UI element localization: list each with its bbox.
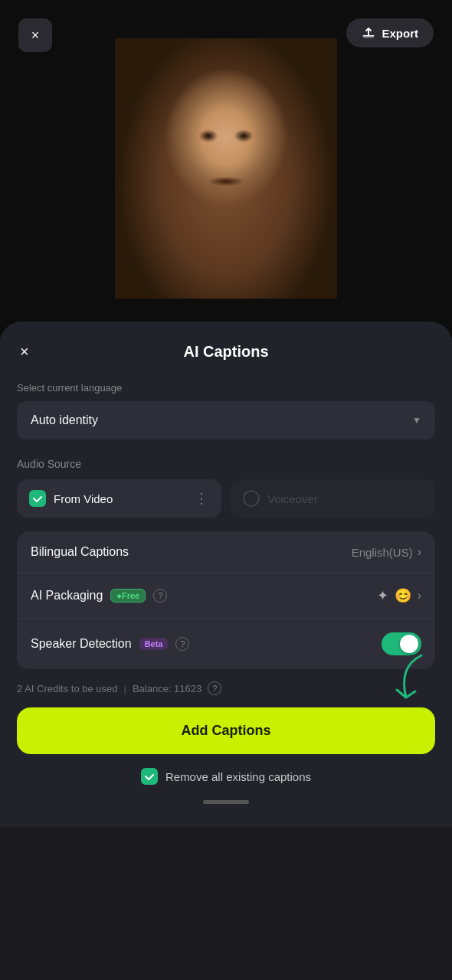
credits-balance: Balance: 11623 [133,683,201,694]
circle-icon-voiceover [243,490,260,507]
panel-header: × AI Captions [17,343,435,361]
remove-existing-check[interactable] [141,768,158,785]
ai-packaging-label: AI Packaging [31,589,103,603]
bilingual-right: English(US) › [352,545,421,559]
remove-existing-row: Remove all existing captions [17,768,435,785]
sparkle-icon: ✦ [377,587,388,604]
remove-existing-label: Remove all existing captions [165,770,311,783]
speaker-detection-left: Speaker Detection Beta ? [31,637,189,651]
ai-packaging-badge: ●Free [110,589,146,603]
credits-text: 2 AI Credits to be used [17,683,118,694]
audio-option-voiceover[interactable]: Voiceover [231,479,435,518]
ai-packaging-help-icon[interactable]: ? [153,589,167,603]
video-thumbnail [115,38,337,299]
speaker-detection-help-icon[interactable]: ? [175,637,189,651]
ai-packaging-row[interactable]: AI Packaging ●Free ? ✦ 😊 › [17,573,435,619]
ai-packaging-left: AI Packaging ●Free ? [31,589,167,603]
bilingual-row[interactable]: Bilingual Captions English(US) › [17,531,435,573]
export-icon [362,26,375,40]
arrow-indicator-icon [383,652,429,713]
bilingual-value: English(US) [352,546,413,559]
audio-source-row: From Video ⋮ Voiceover [17,479,435,518]
language-dropdown[interactable]: Auto identity ▼ [17,401,435,439]
credits-help-icon[interactable]: ? [208,681,221,695]
main-panel: × AI Captions Select current language Au… [0,322,452,827]
video-area: × Export [0,0,452,337]
emoji-icon: 😊 [395,587,411,604]
dropdown-arrow-icon: ▼ [412,415,421,426]
bottom-bar [203,800,249,804]
arrow-overlay [383,652,429,716]
ai-packaging-chevron-icon: › [418,589,421,603]
credits-divider: | [124,683,126,694]
audio-option-from-video-label: From Video [54,492,113,505]
speaker-detection-badge: Beta [139,638,169,650]
top-close-button[interactable]: × [18,18,52,52]
check-icon-from-video [29,490,46,507]
ai-packaging-right: ✦ 😊 › [377,587,421,604]
credits-row: 2 AI Credits to be used | Balance: 11623… [17,681,435,695]
bilingual-left: Bilingual Captions [31,545,129,559]
language-section-label: Select current language [17,382,435,394]
ai-packaging-badge-label: ● [116,591,122,600]
add-captions-button[interactable]: Add Captions [17,707,435,754]
language-selected: Auto identity [31,413,98,427]
add-captions-label: Add Captions [182,723,271,738]
speaker-detection-label: Speaker Detection [31,637,132,651]
panel-close-button[interactable]: × [17,340,32,364]
dots-menu-icon[interactable]: ⋮ [195,490,209,507]
settings-card: Bilingual Captions English(US) › AI Pack… [17,531,435,669]
audio-option-voiceover-label: Voiceover [267,492,318,505]
speaker-detection-row: Speaker Detection Beta ? [17,619,435,669]
panel-title: AI Captions [183,343,268,361]
export-button[interactable]: Export [346,18,434,47]
bilingual-label: Bilingual Captions [31,545,129,559]
audio-source-label: Audio Source [17,458,435,470]
audio-option-from-video[interactable]: From Video ⋮ [17,479,221,518]
toggle-thumb [400,635,418,653]
bilingual-chevron-icon: › [418,545,421,559]
